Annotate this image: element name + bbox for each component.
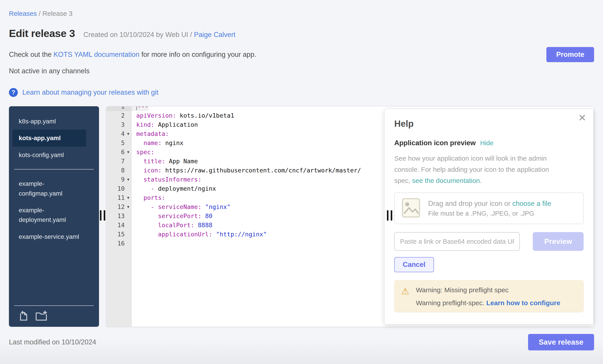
footer: Last modified on 10/10/2024 Save release bbox=[9, 334, 594, 350]
line-number: 5 bbox=[106, 138, 125, 147]
breadcrumb-releases-link[interactable]: Releases bbox=[9, 10, 37, 17]
line-number: 6 bbox=[106, 147, 125, 157]
help-panel: ✕ Help Application icon preview Hide See… bbox=[384, 109, 594, 325]
file-list-kots: k8s-app.yamlkots-app.yamlkots-config.yam… bbox=[9, 113, 99, 163]
fold-spacer bbox=[125, 221, 132, 230]
section-title: Application icon preview bbox=[394, 139, 476, 147]
code-text: apiVersion: kots.io/v1beta1 bbox=[132, 111, 234, 120]
code-text: applicationUrl: "http://nginx" bbox=[132, 230, 267, 239]
doc-row: Check out the KOTS YAML documentation fo… bbox=[9, 47, 594, 62]
question-circle-icon: ? bbox=[9, 88, 18, 97]
code-text: title: App Name bbox=[132, 157, 198, 166]
code-text bbox=[132, 239, 136, 248]
choose-file-link[interactable]: choose a file bbox=[512, 199, 551, 207]
code-text: statusInformers: bbox=[132, 175, 202, 184]
dropzone-hint: File must be a .PNG, .JPEG, or .JPG bbox=[428, 210, 551, 217]
code-text: icon: https://raw.githubusercontent.com/… bbox=[132, 166, 361, 175]
fold-spacer bbox=[125, 239, 132, 248]
dropzone-text: Drag and drop your icon or choose a file… bbox=[428, 199, 551, 217]
line-number: 14 bbox=[106, 221, 125, 230]
file-list-examples: example-configmap.yamlexample-deployment… bbox=[9, 175, 99, 245]
line-number: 8 bbox=[106, 166, 125, 175]
line-number: 13 bbox=[106, 211, 125, 221]
fold-arrow-icon[interactable]: ▾ bbox=[125, 202, 132, 211]
channel-status: Not active in any channels bbox=[9, 67, 594, 75]
add-folder-icon[interactable] bbox=[35, 310, 48, 321]
fold-arrow-icon[interactable]: ▾ bbox=[125, 175, 132, 184]
edit-release-page: Releases / Release 3 Edit release 3 Crea… bbox=[0, 10, 603, 350]
file-item[interactable]: kots-app.yaml bbox=[12, 130, 86, 146]
code-text: --- bbox=[132, 106, 149, 111]
breadcrumb-separator: / bbox=[37, 10, 42, 17]
sidebar-resize-handle[interactable] bbox=[100, 210, 105, 221]
git-help-row: ? Learn about managing your releases wit… bbox=[9, 88, 594, 97]
see-documentation-link[interactable]: see the documentation bbox=[412, 177, 480, 184]
line-number: 9 bbox=[106, 175, 125, 184]
fold-arrow-icon[interactable]: ▾ bbox=[125, 147, 132, 157]
kots-yaml-doc-link[interactable]: KOTS YAML documentation bbox=[54, 51, 139, 58]
last-modified-text: Last modified on 10/10/2024 bbox=[9, 338, 96, 346]
save-release-button[interactable]: Save release bbox=[528, 334, 594, 350]
hide-link[interactable]: Hide bbox=[480, 139, 494, 147]
doc-text-after: for more info on configuring your app. bbox=[139, 51, 256, 58]
fold-spacer bbox=[125, 111, 132, 120]
icon-url-row: Preview bbox=[394, 232, 584, 251]
fold-arrow-icon[interactable]: ▾ bbox=[125, 193, 132, 202]
text-cursor bbox=[136, 106, 137, 110]
code-text: spec: bbox=[132, 147, 154, 157]
preview-button[interactable]: Preview bbox=[533, 232, 584, 251]
line-number: 4 bbox=[106, 129, 125, 138]
breadcrumb-current: Release 3 bbox=[42, 10, 72, 17]
file-item[interactable]: k8s-app.yaml bbox=[12, 113, 86, 130]
learn-configure-link[interactable]: Learn how to configure bbox=[486, 299, 560, 307]
author-link[interactable]: Paige Calvert bbox=[194, 31, 235, 39]
fold-spacer bbox=[125, 230, 132, 239]
dropzone-label: Drag and drop your icon or bbox=[428, 199, 512, 207]
fold-spacer bbox=[125, 184, 132, 193]
icon-url-input[interactable] bbox=[394, 232, 520, 251]
code-text: localPort: 8888 bbox=[132, 221, 212, 230]
line-number: 11 bbox=[106, 193, 125, 202]
title-row: Edit release 3 Created on 10/10/2024 by … bbox=[9, 27, 594, 39]
code-text: kind: Application bbox=[132, 120, 198, 129]
file-sidebar: k8s-app.yamlkots-app.yamlkots-config.yam… bbox=[9, 106, 99, 327]
preflight-warning: ⚠︎ Warning: Missing preflight spec Warni… bbox=[394, 280, 584, 312]
created-info: Created on 10/10/2024 by Web UI / Paige … bbox=[83, 31, 235, 39]
line-number: 3 bbox=[106, 120, 125, 129]
promote-button[interactable]: Promote bbox=[546, 47, 594, 62]
release-workspace: k8s-app.yamlkots-app.yamlkots-config.yam… bbox=[9, 106, 594, 327]
code-text: - deployment/nginx bbox=[132, 184, 216, 193]
warning-title: Warning: Missing preflight spec bbox=[416, 286, 560, 294]
cancel-button[interactable]: Cancel bbox=[394, 257, 434, 272]
fold-spacer bbox=[125, 157, 132, 166]
file-item[interactable]: example-deployment.yaml bbox=[12, 202, 86, 228]
code-text: name: nginx bbox=[132, 138, 183, 147]
fold-spacer bbox=[125, 166, 132, 175]
help-panel-resize-handle[interactable] bbox=[387, 210, 392, 221]
fold-spacer bbox=[125, 211, 132, 221]
created-text: Created on 10/10/2024 by Web UI / bbox=[83, 31, 194, 39]
fold-spacer bbox=[125, 138, 132, 147]
doc-text-before: Check out the bbox=[9, 51, 54, 58]
fold-spacer bbox=[125, 120, 132, 129]
line-number: 12 bbox=[106, 202, 125, 211]
file-item[interactable]: kots-config.yaml bbox=[12, 147, 86, 163]
close-icon[interactable]: ✕ bbox=[578, 113, 586, 123]
file-item[interactable]: example-service.yaml bbox=[12, 228, 86, 245]
line-number: 1 bbox=[106, 106, 125, 111]
add-file-icon[interactable] bbox=[19, 310, 29, 321]
file-item[interactable]: example-configmap.yaml bbox=[12, 175, 86, 202]
line-number: 2 bbox=[106, 111, 125, 120]
image-placeholder-icon bbox=[402, 198, 420, 219]
git-releases-link[interactable]: Learn about managing your releases with … bbox=[22, 88, 158, 97]
warning-text: Warning preflight-spec. bbox=[416, 299, 486, 307]
warning-triangle-icon: ⚠︎ bbox=[401, 287, 412, 307]
fold-arrow-icon[interactable]: ▾ bbox=[125, 129, 132, 138]
help-desc-period: . bbox=[480, 177, 482, 184]
icon-preview-section: Application icon preview Hide bbox=[394, 139, 584, 147]
page-title: Edit release 3 bbox=[9, 27, 75, 39]
sidebar-actions bbox=[14, 305, 94, 321]
code-text: servicePort: 80 bbox=[132, 211, 212, 221]
icon-dropzone[interactable]: Drag and drop your icon or choose a file… bbox=[394, 192, 584, 224]
line-number: 7 bbox=[106, 157, 125, 166]
